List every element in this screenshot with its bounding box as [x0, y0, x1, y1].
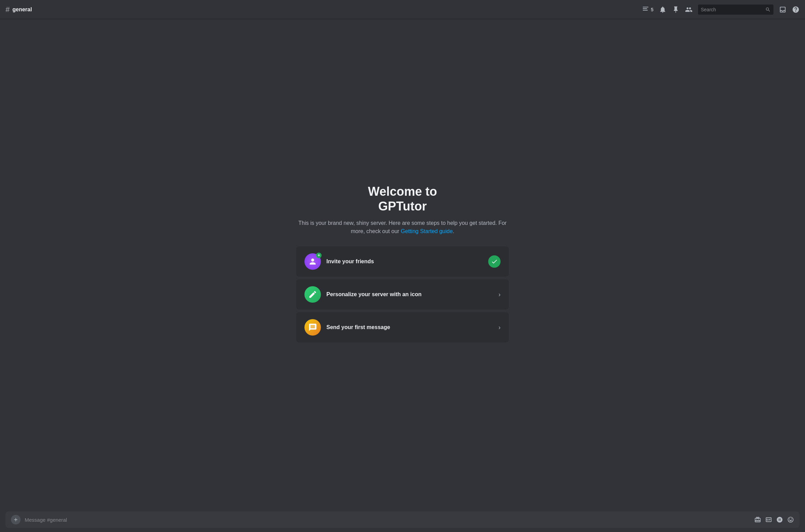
sticker-icon[interactable]	[776, 516, 783, 523]
step-send-message[interactable]: Send your first message ›	[296, 312, 509, 342]
chevron-right-icon-2: ›	[498, 324, 501, 331]
personalize-server-icon	[304, 286, 321, 303]
step-invite-friends[interactable]: Invite your friends	[296, 246, 509, 277]
gif-icon[interactable]	[765, 516, 772, 523]
channel-name-section: # general	[5, 5, 638, 14]
channel-hash-icon: #	[5, 5, 10, 14]
add-file-button[interactable]	[11, 515, 21, 524]
send-message-icon	[304, 319, 321, 336]
chevron-right-icon: ›	[498, 291, 501, 298]
svg-rect-1	[643, 8, 647, 9]
emoji-icon[interactable]	[787, 516, 794, 523]
getting-started-link[interactable]: Getting Started guide	[401, 228, 453, 234]
pinned-button[interactable]	[672, 6, 680, 13]
header-actions: 5	[642, 4, 800, 15]
invite-friends-action	[488, 255, 501, 268]
welcome-title: Welcome to GPTutor	[296, 184, 509, 214]
search-input[interactable]	[701, 7, 762, 12]
main-content: Welcome to GPTutor This is your brand ne…	[0, 19, 805, 507]
threads-button[interactable]: 5	[642, 6, 653, 13]
search-box[interactable]	[698, 4, 773, 15]
completed-checkmark	[488, 255, 501, 268]
step-personalize-server[interactable]: Personalize your server with an icon ›	[296, 279, 509, 310]
members-button[interactable]	[685, 6, 693, 13]
message-input-wrapper	[5, 511, 800, 528]
help-button[interactable]	[792, 6, 800, 13]
message-bar	[0, 507, 805, 532]
svg-rect-0	[643, 7, 649, 7]
send-message-label: Send your first message	[326, 324, 493, 330]
send-message-chevron: ›	[498, 324, 501, 331]
gift-icon[interactable]	[754, 516, 761, 523]
inbox-button[interactable]	[779, 6, 786, 13]
steps-container: Invite your friends Personalize your	[296, 246, 509, 342]
welcome-section: Welcome to GPTutor This is your brand ne…	[296, 184, 509, 342]
invite-friends-icon	[304, 253, 321, 270]
threads-count: 5	[651, 7, 653, 12]
search-icon	[765, 7, 771, 12]
welcome-description: This is your brand new, shiny server. He…	[296, 219, 509, 235]
personalize-chevron: ›	[498, 291, 501, 298]
channel-title: general	[12, 7, 32, 13]
personalize-server-label: Personalize your server with an icon	[326, 291, 493, 298]
svg-rect-2	[643, 10, 648, 10]
notifications-button[interactable]	[659, 6, 666, 13]
message-input-right-icons	[754, 516, 794, 523]
channel-header: # general 5	[0, 0, 805, 19]
invite-friends-label: Invite your friends	[326, 258, 483, 265]
message-input[interactable]	[25, 517, 750, 523]
